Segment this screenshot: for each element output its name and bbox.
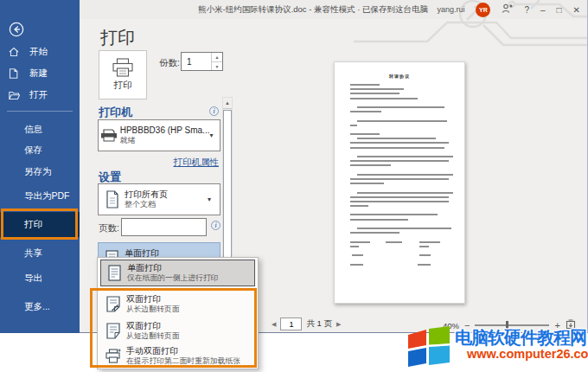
- printer-selector[interactable]: HPBBBD36 (HP Sma... 就绪 ▾: [98, 119, 220, 151]
- scroll-up-icon[interactable]: ▲: [223, 98, 232, 109]
- sidebar-item-save-as[interactable]: 另存为: [0, 164, 80, 181]
- copies-label: 份数:: [159, 57, 180, 69]
- duplex-long-edge-icon: [100, 296, 126, 312]
- document-title: 熊小米-纽约国际转课协议.doc - 兼容性模式 · 已保存到这台电脑: [175, 4, 451, 16]
- open-folder-icon: [9, 91, 23, 100]
- single-sided-icon: [101, 265, 127, 281]
- printer-icon: [99, 129, 120, 142]
- sidebar-item-new[interactable]: 新建: [0, 65, 80, 82]
- maximize-button[interactable]: □: [557, 5, 562, 15]
- watermark-site-name: 电脑软硬件教程网: [455, 326, 586, 350]
- sidebar-item-home[interactable]: 开始: [0, 43, 80, 61]
- duplex-short-edge-icon: [100, 323, 126, 339]
- manual-duplex-icon: [100, 349, 126, 363]
- menu-item-single-sided[interactable]: 单面打印 仅在纸面的一侧上进行打印: [100, 260, 255, 286]
- next-page-icon[interactable]: ▶: [336, 321, 341, 328]
- sidebar-item-open[interactable]: 打开: [0, 87, 80, 104]
- preview-page: 转课协议: [334, 61, 465, 304]
- sidebar-item-more[interactable]: 更多...: [0, 298, 80, 316]
- current-page-input[interactable]: [280, 317, 302, 330]
- print-range-sublabel: 整个文档: [125, 200, 208, 210]
- menu-item-duplex-short-edge[interactable]: 双面打印 从短边翻转页面: [100, 317, 255, 344]
- page-navigation: ◀ 共 1 页 ▶: [272, 317, 341, 330]
- document-icon: [99, 190, 125, 208]
- prev-page-icon[interactable]: ◀: [272, 321, 276, 328]
- printer-status: 就绪: [120, 136, 210, 146]
- home-icon: [9, 47, 23, 57]
- copies-input[interactable]: [182, 53, 211, 70]
- print-button-label: 打印: [114, 80, 132, 92]
- word-backstage-window: 熊小米-纽约国际转课协议.doc - 兼容性模式 · 已保存到这台电脑 yang…: [0, 0, 588, 333]
- user-name: yang.rui: [437, 5, 464, 14]
- help-button[interactable]: ?: [524, 5, 529, 15]
- copies-increment-icon[interactable]: ▲: [212, 53, 222, 62]
- chevron-down-icon: ▾: [209, 131, 220, 139]
- close-button[interactable]: ✕: [573, 5, 580, 15]
- copies-decrement-icon[interactable]: ▼: [212, 62, 222, 71]
- windows-logo: [406, 326, 451, 368]
- sidebar-item-save[interactable]: 保存: [0, 142, 80, 159]
- printer-section-title: 打印机: [99, 105, 132, 120]
- printer-info-icon: i: [209, 106, 219, 116]
- menu-item-duplex-long-edge[interactable]: 双面打印 从长边翻转页面: [100, 291, 255, 317]
- print-button[interactable]: 打印: [99, 50, 147, 99]
- doc-text-lines: [343, 84, 456, 266]
- sidebar-item-print[interactable]: 打印: [0, 212, 80, 237]
- print-icon: [112, 58, 134, 77]
- sidebar-item-share[interactable]: 共享: [0, 245, 80, 262]
- backstage-sidebar: 开始 新建 打开 信息 保存 另存为 导出为PDF 打印: [0, 0, 80, 333]
- print-range-label: 打印所有页: [125, 189, 208, 200]
- pages-input[interactable]: [121, 218, 207, 236]
- pages-info-icon: i: [211, 221, 220, 230]
- copies-stepper: ▲ ▼: [181, 52, 223, 71]
- sidebar-item-info[interactable]: 信息: [0, 121, 80, 138]
- watermark-site-url: www.computer26.com: [467, 347, 588, 361]
- chevron-down-icon: ▾: [208, 196, 220, 203]
- preview-doc-title: 转课协议: [343, 74, 456, 79]
- switch-account-icon[interactable]: [502, 3, 513, 16]
- sidebar-divider: [7, 111, 73, 112]
- printer-name: HPBBBD36 (HP Sma...: [120, 125, 210, 136]
- menu-item-manual-duplex[interactable]: 手动双面打印 在提示打印第二面时重新加载纸张: [100, 344, 255, 368]
- title-bar: 熊小米-纽约国际转课协议.doc - 兼容性模式 · 已保存到这台电脑 yang…: [80, 0, 587, 19]
- page-title: 打印: [100, 26, 135, 49]
- pages-label: 页数:: [99, 222, 119, 234]
- printer-properties-link[interactable]: 打印机属性: [131, 157, 219, 169]
- new-doc-icon: [9, 68, 23, 79]
- print-range-dropdown[interactable]: 打印所有页 整个文档 ▾: [98, 183, 220, 215]
- back-button[interactable]: [9, 22, 24, 41]
- sides-dropdown-menu: 单面打印 仅在纸面的一侧上进行打印 双面打印 从长边翻转页面: [97, 257, 259, 369]
- sidebar-item-export[interactable]: 导出: [0, 270, 80, 287]
- avatar[interactable]: YR: [476, 3, 490, 17]
- total-pages-label: 共 1 页: [306, 318, 332, 330]
- sidebar-item-export-pdf[interactable]: 导出为PDF: [0, 188, 80, 205]
- print-preview-area: 转课协议 ◀ 共 1 页 ▶ 40% − +: [233, 19, 585, 333]
- minimize-button[interactable]: –: [540, 5, 546, 15]
